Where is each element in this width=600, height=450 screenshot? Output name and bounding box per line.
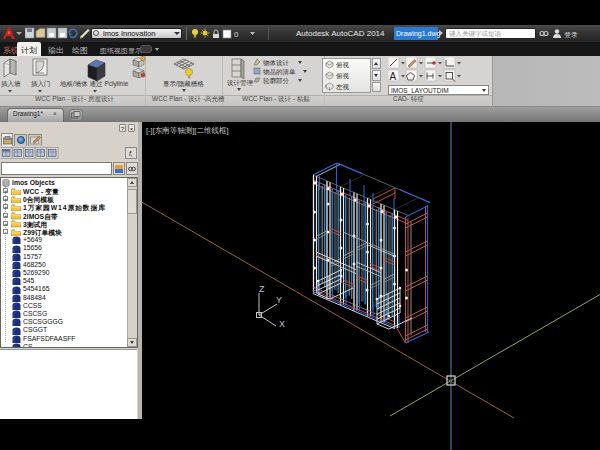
svg-text:0: 0 <box>234 30 239 39</box>
svg-text:Z: Z <box>259 284 265 294</box>
svg-text:X: X <box>279 319 285 329</box>
svg-text:Y: Y <box>276 295 282 305</box>
svg-text:[-][东南等轴测][二维线框]: [-][东南等轴测][二维线框] <box>146 126 229 135</box>
svg-text:A: A <box>390 71 397 82</box>
